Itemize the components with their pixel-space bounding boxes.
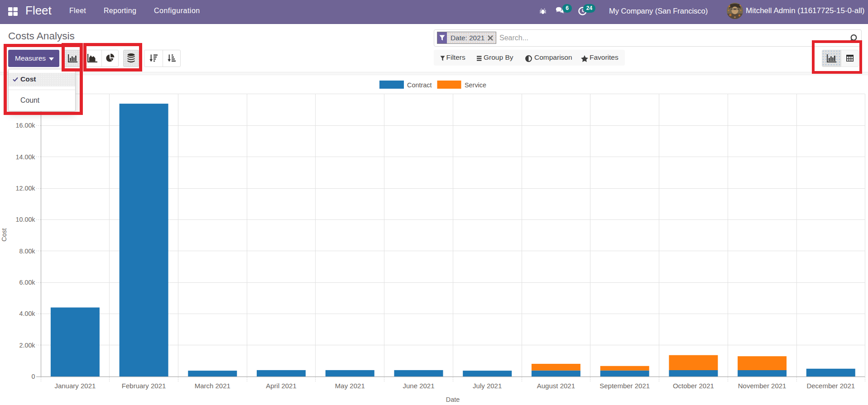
svg-text:Service: Service xyxy=(465,81,486,89)
svg-text:January 2021: January 2021 xyxy=(54,382,96,390)
svg-text:February 2021: February 2021 xyxy=(122,382,166,390)
svg-text:November 2021: November 2021 xyxy=(738,382,786,390)
svg-text:June 2021: June 2021 xyxy=(403,382,434,390)
svg-text:April 2021: April 2021 xyxy=(266,382,297,390)
svg-text:March 2021: March 2021 xyxy=(195,382,230,390)
svg-text:May 2021: May 2021 xyxy=(335,382,365,390)
svg-text:December 2021: December 2021 xyxy=(806,382,855,390)
svg-text:July 2021: July 2021 xyxy=(473,382,502,390)
svg-text:12.00k: 12.00k xyxy=(16,185,36,192)
svg-text:Date: Date xyxy=(446,396,460,403)
svg-text:0: 0 xyxy=(32,373,35,380)
svg-text:6.00k: 6.00k xyxy=(19,279,36,286)
svg-text:2.00k: 2.00k xyxy=(19,342,36,349)
svg-text:August 2021: August 2021 xyxy=(537,382,575,390)
svg-text:Contract: Contract xyxy=(407,81,432,89)
svg-text:16.00k: 16.00k xyxy=(16,122,36,129)
svg-text:14.00k: 14.00k xyxy=(16,153,36,161)
svg-text:September 2021: September 2021 xyxy=(599,382,650,390)
svg-text:October 2021: October 2021 xyxy=(673,382,714,390)
svg-text:Cost: Cost xyxy=(0,228,8,241)
svg-text:4.00k: 4.00k xyxy=(19,310,36,317)
svg-text:8.00k: 8.00k xyxy=(19,248,36,255)
svg-text:10.00k: 10.00k xyxy=(16,216,36,223)
